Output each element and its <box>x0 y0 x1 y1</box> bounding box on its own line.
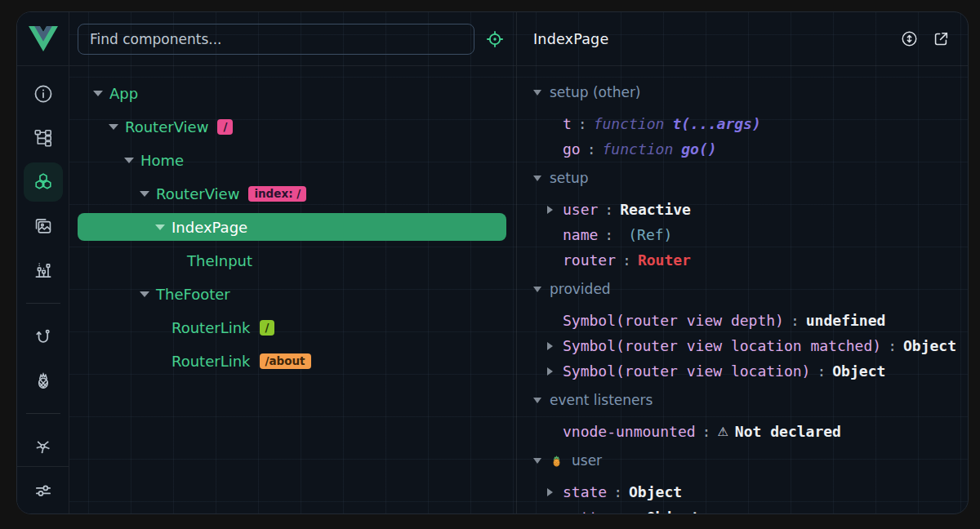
state-row[interactable]: name : (Ref) <box>517 222 968 247</box>
caret-down-icon <box>533 458 541 464</box>
open-in-editor-button[interactable] <box>932 30 950 48</box>
tree-row-theinput[interactable]: TheInput <box>78 244 506 278</box>
component-label: RouterView <box>125 118 208 136</box>
sidebar-divider <box>26 413 60 414</box>
timeline-icon <box>33 260 54 281</box>
tree-row-routerlink-about[interactable]: RouterLink /about <box>78 345 506 378</box>
expand-icon[interactable] <box>547 206 556 214</box>
section-header[interactable]: user <box>517 446 968 475</box>
caret-down-icon[interactable] <box>123 158 134 163</box>
route-badge: / <box>260 320 275 336</box>
state-row[interactable]: router : Router <box>517 247 968 273</box>
components-icon <box>33 171 54 193</box>
section-header[interactable]: setup (other) <box>517 78 968 107</box>
tree-row-thefooter[interactable]: TheFooter <box>78 278 506 311</box>
inspector-header: IndexPage <box>517 12 968 66</box>
component-label: TheInput <box>187 252 252 269</box>
sidebar-item-pages[interactable] <box>24 118 63 158</box>
pinia-pineapple-icon <box>550 454 564 468</box>
state-row[interactable]: go : function go() <box>517 136 968 162</box>
pinia-outline-icon <box>33 370 54 391</box>
component-label: IndexPage <box>172 219 247 236</box>
component-label: RouterLink <box>172 319 251 336</box>
component-label: Home <box>140 152 184 169</box>
search-input[interactable] <box>78 24 474 55</box>
route-badge: /about <box>260 353 311 370</box>
inspect-component-button[interactable] <box>485 29 505 49</box>
tree-row-routerlink-home[interactable]: RouterLink / <box>78 311 506 345</box>
section-pinia-user: user state : Object getters : Object <box>517 446 968 513</box>
target-icon <box>485 29 505 49</box>
vue-logo-icon <box>29 26 58 51</box>
state-row[interactable]: state : Object <box>517 479 968 505</box>
sidebar-item-graph[interactable] <box>24 427 63 466</box>
vue-logo[interactable] <box>17 12 69 66</box>
scroll-to-component-button[interactable] <box>900 29 919 48</box>
sidebar-item-router[interactable] <box>24 317 63 356</box>
expand-icon[interactable] <box>547 342 556 350</box>
section-header[interactable]: event listeners <box>517 385 968 415</box>
component-tree: App RouterView / Home RouterView index: … <box>69 66 516 378</box>
caret-down-icon <box>533 90 541 96</box>
component-label: TheFooter <box>156 286 230 303</box>
module-graph-icon <box>33 436 54 457</box>
section-setup-other: setup (other) t : function t(...args) go… <box>517 78 968 162</box>
info-icon <box>33 83 54 104</box>
section-header[interactable]: provided <box>517 274 968 304</box>
state-row[interactable]: t : function t(...args) <box>517 111 968 136</box>
sidebar-item-assets[interactable] <box>24 207 63 246</box>
state-row[interactable]: vnode-unmounted : ⚠ Not declared <box>517 419 968 444</box>
tree-row-indexpage-selected[interactable]: IndexPage <box>78 211 506 244</box>
scroll-to-icon <box>900 29 919 48</box>
component-label: App <box>109 85 138 102</box>
state-inspector: setup (other) t : function t(...args) go… <box>517 66 968 513</box>
caret-down-icon[interactable] <box>154 224 165 230</box>
caret-down-icon <box>533 398 541 403</box>
route-badge: / <box>217 119 233 136</box>
tree-row-home[interactable]: Home <box>78 144 506 177</box>
sidebar-item-settings[interactable] <box>17 466 69 513</box>
component-label: RouterLink <box>172 353 251 370</box>
sidebar-item-info[interactable] <box>24 74 63 113</box>
tree-row-routerview-index[interactable]: RouterView index: / <box>78 177 506 211</box>
component-label: RouterView <box>156 185 239 202</box>
sidebar-item-timeline[interactable] <box>24 251 63 290</box>
sidebar-nav <box>17 66 69 466</box>
expand-icon[interactable] <box>547 488 556 496</box>
route-badge: index: / <box>248 186 306 202</box>
section-header[interactable]: setup <box>517 163 968 193</box>
state-row[interactable]: getters : Object <box>517 505 968 513</box>
router-hook-icon <box>33 326 54 347</box>
state-row[interactable]: user : Reactive <box>517 197 968 222</box>
open-in-editor-icon <box>932 30 950 48</box>
section-setup: setup user : Reactive name : (Ref) route… <box>517 163 968 273</box>
caret-down-icon[interactable] <box>92 91 103 96</box>
sidebar <box>17 12 69 513</box>
state-row[interactable]: Symbol(router view depth) : undefined <box>517 308 968 333</box>
sidebar-item-components[interactable] <box>24 162 63 202</box>
images-icon <box>33 216 54 237</box>
state-row[interactable]: Symbol(router view location) : Object <box>517 358 968 384</box>
state-row[interactable]: Symbol(router view location matched) : O… <box>517 333 968 358</box>
tree-row-routerview[interactable]: RouterView / <box>78 110 506 144</box>
caret-down-icon <box>533 287 541 292</box>
sidebar-item-pinia[interactable] <box>24 361 63 400</box>
component-tree-icon <box>33 127 54 149</box>
settings-sliders-icon <box>33 480 54 501</box>
caret-down-icon[interactable] <box>108 124 118 130</box>
caret-down-icon <box>533 176 541 181</box>
devtools-window: App RouterView / Home RouterView index: … <box>16 11 969 514</box>
inspected-component-title: IndexPage <box>533 31 887 47</box>
inspector-panel: IndexPage setup (other) <box>517 12 968 513</box>
tree-row-app[interactable]: App <box>78 77 506 110</box>
warning-icon: ⚠ <box>717 425 728 439</box>
component-tree-panel: App RouterView / Home RouterView index: … <box>69 12 517 513</box>
tree-toolbar <box>69 12 516 66</box>
section-event-listeners: event listeners vnode-unmounted : ⚠ Not … <box>517 385 968 444</box>
expand-icon[interactable] <box>547 513 556 514</box>
section-provided: provided Symbol(router view depth) : und… <box>517 274 968 384</box>
caret-down-icon[interactable] <box>139 291 149 297</box>
sidebar-divider <box>26 303 60 304</box>
expand-icon[interactable] <box>547 367 556 376</box>
caret-down-icon[interactable] <box>139 191 149 197</box>
